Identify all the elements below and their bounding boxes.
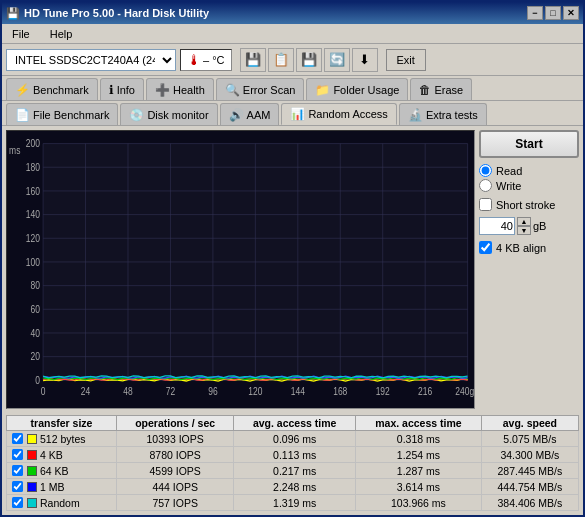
row-checkbox-2[interactable] [12,465,23,476]
row-cell: 0.096 ms [234,431,356,447]
tab-folder-usage[interactable]: 📁Folder Usage [306,78,408,100]
row-checkbox-4[interactable] [12,497,23,508]
app-window: 💾 HD Tune Pro 5.00 - Hard Disk Utility −… [0,0,585,517]
tab-icon-disk-monitor: 💿 [129,108,144,122]
row-checkbox-1[interactable] [12,449,23,460]
row-checkbox-3[interactable] [12,481,23,492]
tab-file-benchmark[interactable]: 📄File Benchmark [6,103,118,125]
kb-align-checkbox[interactable] [479,241,492,254]
row-cell: 1.319 ms [234,495,356,511]
menu-bar: File Help [2,24,583,44]
short-stroke-checkbox[interactable] [479,198,492,211]
row-cell: 3.614 ms [356,479,482,495]
table-row: 4 KB8780 IOPS0.113 ms1.254 ms34.300 MB/s [7,447,579,463]
short-stroke-spinbox[interactable] [479,217,515,235]
svg-text:192: 192 [376,387,390,398]
spin-buttons: ▲ ▼ [517,217,531,235]
tab-icon-aam: 🔊 [229,108,244,122]
tab-random-access[interactable]: 📊Random Access [281,103,396,125]
tab-aam[interactable]: 🔊AAM [220,103,280,125]
title-bar-controls: − □ ✕ [527,6,579,20]
tab-label-aam: AAM [247,109,271,121]
minimize-button[interactable]: − [527,6,543,20]
spin-up-button[interactable]: ▲ [517,217,531,226]
tab-icon-erase: 🗑 [419,83,431,97]
toolbar-icon-5[interactable]: ⬇ [352,48,378,72]
col-header: operations / sec [117,416,234,431]
table-row: 64 KB4599 IOPS0.217 ms1.287 ms287.445 MB… [7,463,579,479]
tab-disk-monitor[interactable]: 💿Disk monitor [120,103,217,125]
tab-extra-tests[interactable]: 🔬Extra tests [399,103,487,125]
row-label-cell: 512 bytes [7,431,117,447]
svg-text:0: 0 [41,387,46,398]
row-color-0 [27,434,37,444]
tab-label-error-scan: Error Scan [243,84,296,96]
kb-align-text: 4 KB align [496,242,546,254]
tab-icon-extra-tests: 🔬 [408,108,423,122]
drive-select[interactable]: INTEL SSDSC2CT240A4 (240 gB) [6,49,176,71]
row-cell: 34.300 MB/s [481,447,578,463]
tab-icon-error-scan: 🔍 [225,83,240,97]
svg-text:144: 144 [291,387,305,398]
row-cell: 4599 IOPS [117,463,234,479]
toolbar-icon-1[interactable]: 💾 [240,48,266,72]
close-button[interactable]: ✕ [563,6,579,20]
thermometer-icon: 🌡 [187,52,201,68]
maximize-button[interactable]: □ [545,6,561,20]
row-cell: 444 IOPS [117,479,234,495]
svg-text:180: 180 [26,162,40,173]
row-color-2 [27,466,37,476]
menu-file[interactable]: File [6,26,36,42]
tab-error-scan[interactable]: 🔍Error Scan [216,78,305,100]
menu-help[interactable]: Help [44,26,79,42]
right-panel: Start Read Write Short stroke ▲ [479,130,579,409]
start-button[interactable]: Start [479,130,579,158]
exit-button[interactable]: Exit [386,49,426,71]
svg-text:48: 48 [123,387,132,398]
toolbar-icon-4[interactable]: 🔄 [324,48,350,72]
svg-text:120: 120 [248,387,262,398]
app-icon: 💾 [6,7,20,20]
tab-icon-file-benchmark: 📄 [15,108,30,122]
row-cell: 287.445 MB/s [481,463,578,479]
row-color-1 [27,450,37,460]
tab-info[interactable]: ℹInfo [100,78,144,100]
row-cell: 8780 IOPS [117,447,234,463]
tab-label-disk-monitor: Disk monitor [147,109,208,121]
svg-text:ms: ms [9,145,21,156]
read-radio-label[interactable]: Read [479,164,579,177]
col-header: avg. access time [234,416,356,431]
kb-align-label[interactable]: 4 KB align [479,241,579,254]
write-radio[interactable] [479,179,492,192]
toolbar-icons: 💾 📋 💾 🔄 ⬇ [240,48,378,72]
row-cell: 10393 IOPS [117,431,234,447]
read-write-group: Read Write [479,164,579,192]
tab-icon-random-access: 📊 [290,107,305,121]
chart-panel: 200180160140120100806040200ms02448729612… [2,126,583,413]
row-cell: 0.217 ms [234,463,356,479]
row-color-3 [27,482,37,492]
tab-icon-benchmark: ⚡ [15,83,30,97]
toolbar-icon-3[interactable]: 💾 [296,48,322,72]
row-checkbox-0[interactable] [12,433,23,444]
tab-label-random-access: Random Access [308,108,387,120]
row-label-cell: 64 KB [7,463,117,479]
svg-text:100: 100 [26,257,40,268]
svg-text:96: 96 [208,387,217,398]
spin-down-button[interactable]: ▼ [517,226,531,235]
row-label-cell: 4 KB [7,447,117,463]
tab-benchmark[interactable]: ⚡Benchmark [6,78,98,100]
table-row: 512 bytes10393 IOPS0.096 ms0.318 ms5.075… [7,431,579,447]
row-label-cell: 1 MB [7,479,117,495]
row-cell: 103.966 ms [356,495,482,511]
read-radio[interactable] [479,164,492,177]
toolbar-icon-2[interactable]: 📋 [268,48,294,72]
tab-erase[interactable]: 🗑Erase [410,78,472,100]
short-stroke-label[interactable]: Short stroke [479,198,579,211]
tab-label-erase: Erase [434,84,463,96]
row-cell: 0.113 ms [234,447,356,463]
write-radio-label[interactable]: Write [479,179,579,192]
row-cell: 1.287 ms [356,463,482,479]
tab-health[interactable]: ➕Health [146,78,214,100]
table-row: Random757 IOPS1.319 ms103.966 ms384.406 … [7,495,579,511]
